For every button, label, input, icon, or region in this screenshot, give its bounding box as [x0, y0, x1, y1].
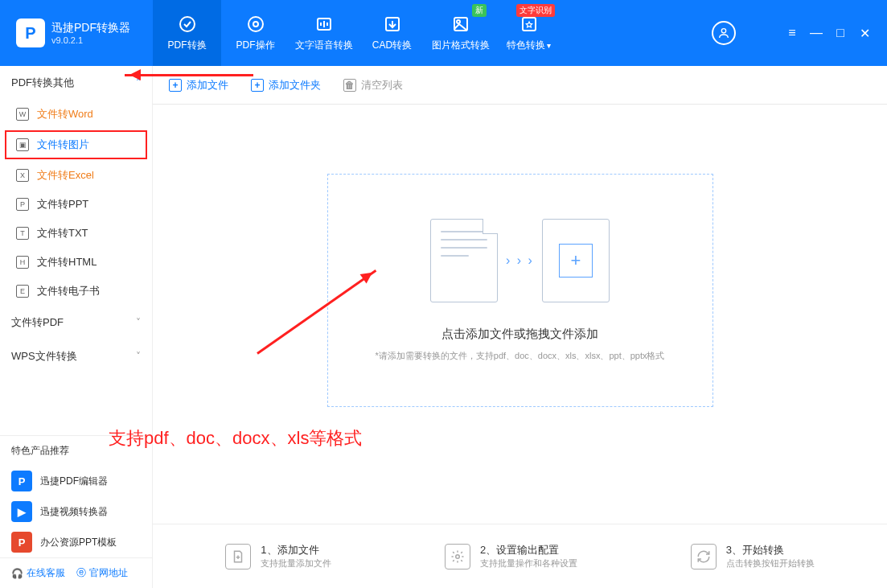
plus-icon: + — [251, 79, 264, 92]
sidebar: PDF转换其他 ˄ W文件转Word ▣文件转图片 X文件转Excel P文件转… — [0, 66, 153, 588]
step-1: 1、添加文件支持批量添加文件 — [225, 543, 331, 569]
file-icon: W — [16, 108, 29, 121]
file-icon: P — [16, 198, 29, 211]
tab-pdf-convert[interactable]: PDF转换 — [153, 0, 221, 66]
svg-point-9 — [456, 554, 460, 558]
trash-icon: 🗑 — [343, 79, 356, 92]
content-area: › › › + 点击添加文件或拖拽文件添加 *请添加需要转换的文件，支持pdf、… — [153, 105, 887, 524]
sidebar-section-wps[interactable]: WPS文件转换 ˅ — [0, 339, 152, 373]
file-icon: ▣ — [16, 138, 29, 151]
dropzone-graphic: › › › + — [430, 219, 610, 302]
add-folder-button[interactable]: +添加文件夹 — [251, 78, 321, 93]
app-title: 迅捷PDF转换器 — [51, 21, 130, 35]
svg-rect-7 — [523, 18, 536, 31]
online-service-link[interactable]: 🎧在线客服 — [11, 566, 65, 580]
recommend-video-converter[interactable]: ▶迅捷视频转换器 — [0, 496, 152, 527]
settings-icon — [445, 544, 470, 569]
svg-point-6 — [457, 20, 460, 23]
sidebar-item-excel[interactable]: X文件转Excel — [0, 161, 152, 190]
main-panel: +添加文件 +添加文件夹 🗑清空列表 › › › + 点击添加文件或拖拽文件添加… — [153, 66, 887, 588]
app-logo-block: P 迅捷PDF转换器 v9.0.2.1 — [8, 19, 153, 47]
recommend-pdf-editor[interactable]: P迅捷PDF编辑器 — [0, 466, 152, 496]
main-tabs: PDF转换 PDF操作 文字语音转换 CAD转换 新 图片格式转换 文字识别 特… — [153, 0, 563, 66]
add-box-icon: + — [542, 219, 610, 302]
annotation-text: 支持pdf、doc、docx、xls等格式 — [109, 426, 362, 450]
step-3: 3、开始转换点击转换按钮开始转换 — [691, 543, 815, 569]
recommend-ppt-template[interactable]: P办公资源PPT模板 — [0, 527, 152, 557]
file-plus-icon — [225, 544, 251, 569]
convert-icon — [178, 14, 197, 34]
cad-icon — [383, 14, 402, 34]
document-icon — [430, 219, 498, 302]
chevron-down-icon: ˅ — [136, 351, 141, 362]
tab-special-convert[interactable]: 文字识别 特色转换▾ — [495, 0, 563, 66]
clear-list-button[interactable]: 🗑清空列表 — [343, 78, 403, 93]
sidebar-item-ppt[interactable]: P文件转PPT — [0, 190, 152, 219]
app-icon: ▶ — [11, 501, 32, 522]
app-icon: P — [11, 532, 32, 553]
tab-cad-convert[interactable]: CAD转换 — [358, 0, 426, 66]
refresh-icon — [691, 544, 717, 569]
sidebar-item-txt[interactable]: T文件转TXT — [0, 219, 152, 248]
gear-icon — [246, 14, 265, 34]
user-account-button[interactable] — [712, 21, 736, 45]
tab-image-convert[interactable]: 新 图片格式转换 — [426, 0, 495, 66]
dropzone-title: 点击添加文件或拖拽文件添加 — [441, 327, 598, 342]
svg-point-1 — [248, 17, 263, 31]
plus-icon: + — [169, 79, 182, 92]
tab-pdf-operate[interactable]: PDF操作 — [221, 0, 290, 66]
dropzone[interactable]: › › › + 点击添加文件或拖拽文件添加 *请添加需要转换的文件，支持pdf、… — [327, 174, 713, 407]
new-badge: 新 — [472, 4, 487, 17]
official-site-link[interactable]: ⓔ官网地址 — [76, 566, 128, 580]
step-2: 2、设置输出配置支持批量操作和各种设置 — [445, 543, 577, 569]
ocr-badge: 文字识别 — [516, 4, 555, 17]
add-file-button[interactable]: +添加文件 — [169, 78, 228, 93]
menu-button[interactable]: ≡ — [784, 26, 800, 40]
file-icon: H — [16, 256, 29, 269]
file-toolbar: +添加文件 +添加文件夹 🗑清空列表 — [153, 66, 887, 105]
window-controls: ≡ — □ ✕ — [784, 26, 873, 41]
arrow-right-icon: › › › — [506, 253, 534, 268]
sidebar-item-html[interactable]: H文件转HTML — [0, 248, 152, 277]
sidebar-item-ebook[interactable]: E文件转电子书 — [0, 277, 152, 306]
maximize-button[interactable]: □ — [832, 26, 848, 40]
user-icon — [717, 27, 730, 39]
close-button[interactable]: ✕ — [856, 26, 873, 41]
sidebar-item-word[interactable]: W文件转Word — [0, 100, 152, 129]
file-icon: E — [16, 285, 29, 298]
minimize-button[interactable]: — — [808, 26, 824, 40]
audio-icon — [314, 14, 334, 34]
dropzone-hint: *请添加需要转换的文件，支持pdf、doc、docx、xls、xlsx、ppt、… — [375, 350, 664, 362]
tab-text-voice[interactable]: 文字语音转换 — [290, 0, 358, 66]
chevron-down-icon: ▾ — [547, 41, 551, 50]
app-icon: P — [11, 471, 32, 491]
globe-icon: ⓔ — [76, 566, 86, 580]
top-bar: P 迅捷PDF转换器 v9.0.2.1 PDF转换 PDF操作 文字语音转换 C… — [0, 0, 887, 66]
svg-point-8 — [721, 29, 725, 33]
sidebar-item-image[interactable]: ▣文件转图片 — [5, 130, 147, 159]
sidebar-section-to-pdf[interactable]: 文件转PDF ˅ — [0, 306, 152, 339]
app-version: v9.0.2.1 — [51, 35, 130, 45]
image-icon — [451, 14, 470, 34]
svg-point-0 — [180, 17, 195, 31]
annotation-arrow — [125, 74, 253, 76]
steps-footer: 1、添加文件支持批量添加文件 2、设置输出配置支持批量操作和各种设置 3、开始转… — [153, 524, 887, 588]
headset-icon: 🎧 — [11, 568, 23, 579]
file-icon: T — [16, 227, 29, 240]
app-logo-icon: P — [16, 19, 45, 47]
svg-point-2 — [253, 22, 258, 27]
star-icon — [519, 14, 539, 34]
file-icon: X — [16, 169, 29, 182]
chevron-down-icon: ˅ — [136, 317, 141, 328]
